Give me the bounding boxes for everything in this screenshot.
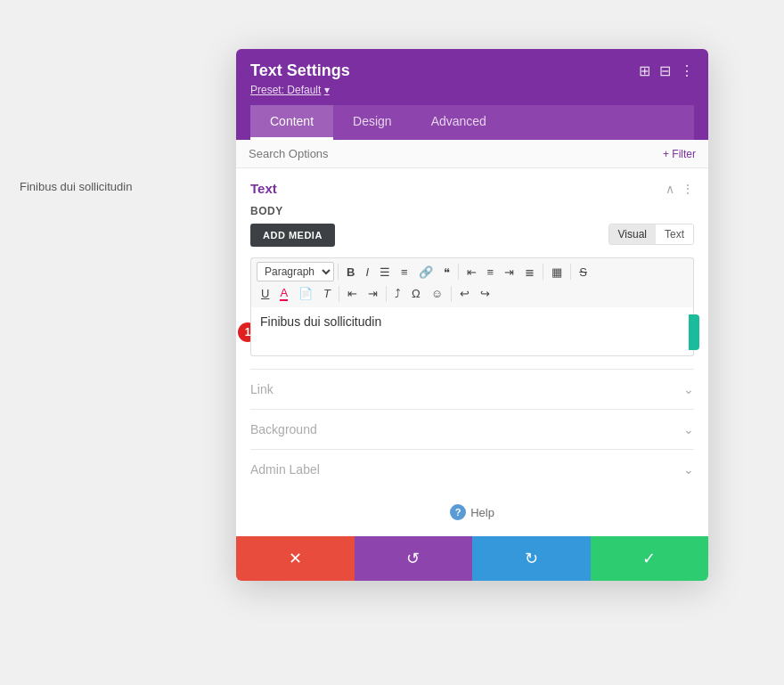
outdent-button[interactable]: ⇤ <box>343 284 362 303</box>
admin-label-section-title: Admin Label <box>250 462 320 477</box>
ordered-list-button[interactable]: ≡ <box>396 263 412 281</box>
tab-design[interactable]: Design <box>333 105 412 140</box>
header-top-row: Text Settings ⊞ ⊟ ⋮ <box>250 61 694 80</box>
background-section[interactable]: Background ⌄ <box>250 410 694 450</box>
tab-content[interactable]: Content <box>250 105 333 140</box>
modal-title: Text Settings <box>250 61 350 80</box>
section-header-icons: ∧ ⋮ <box>666 182 694 196</box>
text-section-title: Text <box>250 181 277 196</box>
view-toggle-group: Visual Text <box>608 224 694 245</box>
tab-bar: Content Design Advanced <box>250 105 694 140</box>
align-left-button[interactable]: ⇤ <box>462 263 481 281</box>
split-view-icon[interactable]: ⊟ <box>659 62 671 79</box>
modal-footer: ✕ ↺ ↻ ✓ <box>236 536 708 581</box>
justify-button[interactable]: ≣ <box>520 263 539 281</box>
editor-content[interactable]: Finibus dui sollicitudin <box>250 307 694 356</box>
table-button[interactable]: ▦ <box>547 263 567 281</box>
toolbar-separator-3 <box>543 264 543 280</box>
admin-label-section[interactable]: Admin Label ⌄ <box>250 450 694 489</box>
redo-button[interactable]: ↪ <box>476 284 494 303</box>
strikethrough-button[interactable]: S <box>575 263 592 281</box>
toolbar-row-1: Paragraph B I ☰ ≡ 🔗 ❝ ⇤ ≡ ⇥ ≣ ▦ <box>257 262 688 281</box>
bold-button[interactable]: B <box>342 263 359 281</box>
add-media-button[interactable]: ADD MEDIA <box>250 224 335 247</box>
cancel-button[interactable]: ✕ <box>236 536 355 581</box>
text-view-button[interactable]: Text <box>656 224 693 244</box>
search-bar: + Filter <box>236 140 708 168</box>
blockquote-button[interactable]: ❝ <box>439 263 454 281</box>
toolbar-row-2: U A 📄 T ⇤ ⇥ ⤴ Ω ☺ ↩ ↪ <box>257 283 688 304</box>
toolbar-separator <box>338 264 339 280</box>
editor-top-bar: ADD MEDIA Visual Text <box>250 224 694 254</box>
underline-button[interactable]: U <box>257 284 274 303</box>
undo-all-button[interactable]: ↺ <box>355 536 473 581</box>
link-section[interactable]: Link ⌄ <box>250 370 694 410</box>
help-label: Help <box>470 506 494 519</box>
more-options-icon[interactable]: ⋮ <box>680 62 694 79</box>
toolbar-separator-4 <box>570 264 571 280</box>
special-char-button[interactable]: Ω <box>407 284 425 303</box>
clear-format-button[interactable]: T <box>319 284 335 303</box>
editor-resize-handle[interactable] <box>689 314 699 350</box>
editor-wrapper: 1 Finibus dui sollicitudin <box>250 307 694 356</box>
redo-all-button[interactable]: ↻ <box>472 536 591 581</box>
save-button[interactable]: ✓ <box>591 536 709 581</box>
header-icons-group: ⊞ ⊟ ⋮ <box>639 62 694 79</box>
italic-button[interactable]: I <box>361 263 373 281</box>
expand-icon[interactable]: ⊞ <box>639 62 650 79</box>
link-section-title: Link <box>250 382 274 396</box>
align-center-button[interactable]: ≡ <box>483 263 499 281</box>
modal-header: Text Settings ⊞ ⊟ ⋮ Preset: Default ▾ Co… <box>236 49 708 140</box>
text-section: Text ∧ ⋮ Body ADD MEDIA Visual Text <box>250 168 694 370</box>
search-input[interactable] <box>249 147 663 160</box>
collapse-icon[interactable]: ∧ <box>666 182 674 196</box>
paste-text-button[interactable]: 📄 <box>294 284 317 303</box>
fullscreen-button[interactable]: ⤴ <box>390 284 405 303</box>
visual-view-button[interactable]: Visual <box>609 224 656 244</box>
body-field-label: Body <box>250 205 694 217</box>
background-text-label: Finibus dui sollicitudin <box>20 180 132 193</box>
background-section-title: Background <box>250 422 317 436</box>
help-icon: ? <box>450 504 466 520</box>
filter-button[interactable]: + Filter <box>663 148 696 160</box>
help-area: ? Help <box>250 489 694 527</box>
background-chevron-icon: ⌄ <box>683 422 694 436</box>
paragraph-style-select[interactable]: Paragraph <box>257 262 334 281</box>
link-button[interactable]: 🔗 <box>414 263 437 281</box>
undo-button[interactable]: ↩ <box>455 284 474 303</box>
help-link[interactable]: ? Help <box>450 504 494 520</box>
toolbar-separator-7 <box>451 286 452 302</box>
text-section-header: Text ∧ ⋮ <box>250 181 694 196</box>
editor-toolbar: Paragraph B I ☰ ≡ 🔗 ❝ ⇤ ≡ ⇥ ≣ ▦ <box>250 257 694 307</box>
preset-selector[interactable]: Preset: Default ▾ <box>250 84 694 96</box>
emoji-button[interactable]: ☺ <box>427 284 447 303</box>
unordered-list-button[interactable]: ☰ <box>375 263 395 281</box>
toolbar-separator-5 <box>339 286 339 302</box>
link-chevron-icon: ⌄ <box>683 382 694 396</box>
tab-advanced[interactable]: Advanced <box>412 105 506 140</box>
indent-button[interactable]: ⇥ <box>363 284 382 303</box>
text-settings-modal: Text Settings ⊞ ⊟ ⋮ Preset: Default ▾ Co… <box>236 49 708 581</box>
section-more-icon[interactable]: ⋮ <box>682 182 694 196</box>
align-right-button[interactable]: ⇥ <box>500 263 519 281</box>
text-color-button[interactable]: A <box>275 283 292 304</box>
admin-label-chevron-icon: ⌄ <box>683 462 694 477</box>
toolbar-separator-2 <box>458 264 459 280</box>
modal-body: Text ∧ ⋮ Body ADD MEDIA Visual Text <box>236 168 708 536</box>
toolbar-separator-6 <box>386 286 387 302</box>
